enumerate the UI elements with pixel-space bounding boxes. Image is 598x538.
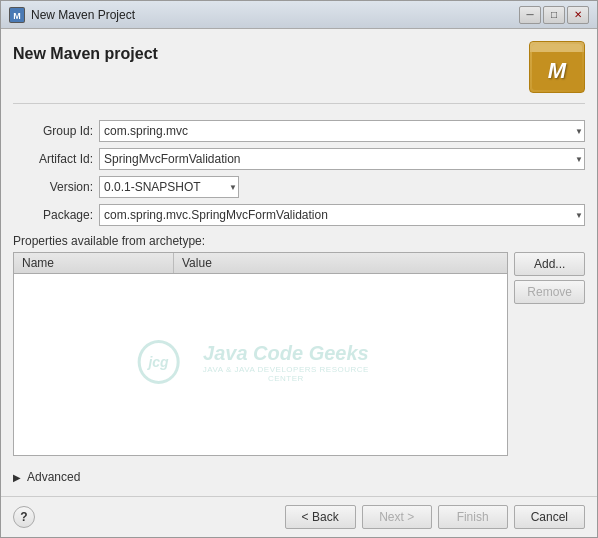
package-wrapper: com.spring.mvc.SpringMvcFormValidation ▼ xyxy=(99,204,585,226)
maven-icon: M xyxy=(529,41,585,93)
footer-left: ? xyxy=(13,506,35,528)
page-title: New Maven project xyxy=(13,45,158,63)
remove-button[interactable]: Remove xyxy=(514,280,585,304)
advanced-arrow-icon: ▶ xyxy=(13,472,21,483)
window-controls: ─ □ ✕ xyxy=(519,6,589,24)
footer: ? < Back Next > Finish Cancel xyxy=(1,496,597,537)
page-header: New Maven project M xyxy=(13,41,585,104)
svg-text:M: M xyxy=(13,11,21,21)
group-id-select[interactable]: com.spring.mvc xyxy=(99,120,585,142)
artifact-id-row: Artifact Id: SpringMvcFormValidation ▼ xyxy=(13,148,585,170)
advanced-section[interactable]: ▶ Advanced xyxy=(13,464,585,484)
svg-text:M: M xyxy=(548,58,567,83)
watermark-subtitle: JAVA & JAVA DEVELOPERS RESOURCE CENTER xyxy=(188,365,384,383)
properties-area: Name Value jcg Java Code Geeks xyxy=(13,252,585,456)
artifact-id-wrapper: SpringMvcFormValidation ▼ xyxy=(99,148,585,170)
col-name-header: Name xyxy=(14,253,174,273)
watermark-circle-text: jcg xyxy=(148,354,168,370)
package-select[interactable]: com.spring.mvc.SpringMvcFormValidation xyxy=(99,204,585,226)
version-wrapper: 0.0.1-SNAPSHOT ▼ xyxy=(99,176,239,198)
properties-buttons: Add... Remove xyxy=(514,252,585,456)
properties-label: Properties available from archetype: xyxy=(13,234,585,248)
group-id-row: Group Id: com.spring.mvc ▼ xyxy=(13,120,585,142)
window-icon: M xyxy=(9,7,25,23)
watermark-text-block: Java Code Geeks JAVA & JAVA DEVELOPERS R… xyxy=(188,342,384,383)
next-button[interactable]: Next > xyxy=(362,505,432,529)
package-label: Package: xyxy=(13,208,93,222)
close-button[interactable]: ✕ xyxy=(567,6,589,24)
artifact-id-select[interactable]: SpringMvcFormValidation xyxy=(99,148,585,170)
properties-table: Name Value jcg Java Code Geeks xyxy=(13,252,508,456)
version-select[interactable]: 0.0.1-SNAPSHOT xyxy=(99,176,239,198)
version-row: Version: 0.0.1-SNAPSHOT ▼ xyxy=(13,176,585,198)
package-row: Package: com.spring.mvc.SpringMvcFormVal… xyxy=(13,204,585,226)
footer-buttons: < Back Next > Finish Cancel xyxy=(285,505,585,529)
window-title: New Maven Project xyxy=(31,8,519,22)
advanced-label[interactable]: Advanced xyxy=(27,470,80,484)
version-label: Version: xyxy=(13,180,93,194)
group-id-label: Group Id: xyxy=(13,124,93,138)
help-button[interactable]: ? xyxy=(13,506,35,528)
group-id-wrapper: com.spring.mvc ▼ xyxy=(99,120,585,142)
table-body: jcg Java Code Geeks JAVA & JAVA DEVELOPE… xyxy=(14,274,507,450)
svg-rect-4 xyxy=(532,52,582,56)
minimize-button[interactable]: ─ xyxy=(519,6,541,24)
dialog-window: M New Maven Project ─ □ ✕ New Maven proj… xyxy=(0,0,598,538)
main-content: New Maven project M Group Id: com.spring… xyxy=(1,29,597,496)
form-section: Group Id: com.spring.mvc ▼ Artifact Id: … xyxy=(13,120,585,226)
watermark-circle-icon: jcg xyxy=(137,340,179,384)
cancel-button[interactable]: Cancel xyxy=(514,505,585,529)
table-header: Name Value xyxy=(14,253,507,274)
title-bar: M New Maven Project ─ □ ✕ xyxy=(1,1,597,29)
maximize-button[interactable]: □ xyxy=(543,6,565,24)
artifact-id-label: Artifact Id: xyxy=(13,152,93,166)
back-button[interactable]: < Back xyxy=(285,505,356,529)
add-button[interactable]: Add... xyxy=(514,252,585,276)
finish-button[interactable]: Finish xyxy=(438,505,508,529)
col-value-header: Value xyxy=(174,253,507,273)
properties-section: Properties available from archetype: Nam… xyxy=(13,234,585,484)
watermark-brand: Java Code Geeks xyxy=(188,342,384,365)
watermark: jcg Java Code Geeks JAVA & JAVA DEVELOPE… xyxy=(137,340,384,384)
